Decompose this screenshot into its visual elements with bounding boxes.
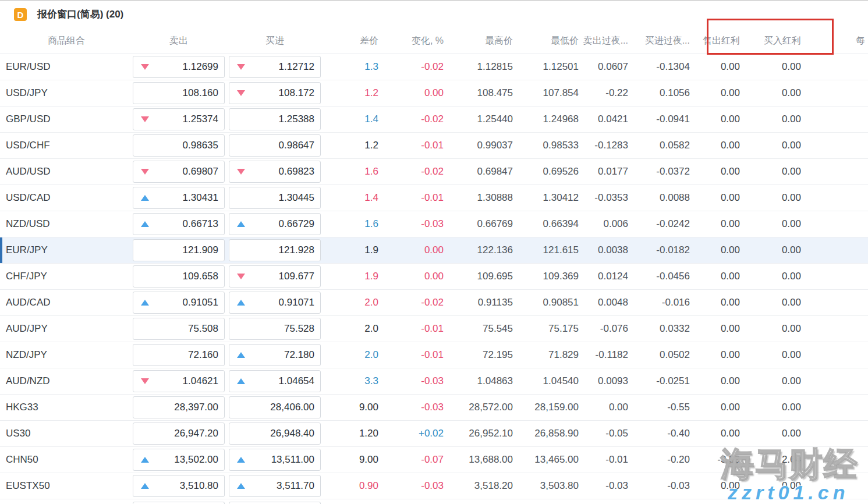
buy-price-button[interactable]: 109.677 <box>229 265 321 288</box>
spread-value: 9.00 <box>321 402 378 413</box>
buy-price-button[interactable]: 13,511.00 <box>229 449 321 471</box>
buy-price-button[interactable] <box>229 502 321 504</box>
table-row[interactable]: USD/CAD 1.30431 1.30445 1.4 -0.01 1.3088… <box>0 185 868 211</box>
sell-price-button[interactable]: 26,947.20 <box>133 423 225 445</box>
dividend-sell-value: 0.00 <box>690 166 740 178</box>
column-header-change-pct[interactable]: 变化, % <box>378 35 444 47</box>
change-pct-value: -0.01 <box>378 140 444 151</box>
sell-cell: 108.160 <box>133 82 229 104</box>
buy-price-button[interactable]: 0.98647 <box>229 134 321 157</box>
overnight-sell-value: 0.0177 <box>579 166 628 178</box>
sell-price-button[interactable]: 13,502.00 <box>133 449 225 471</box>
column-header-dividend-buy[interactable]: 买入红利 <box>740 35 801 47</box>
high-value: 0.66769 <box>444 218 513 230</box>
sell-price-button[interactable]: 109.658 <box>133 265 225 288</box>
buy-price-button[interactable]: 0.69823 <box>229 161 321 183</box>
dividend-sell-value: 0.00 <box>690 87 740 99</box>
column-header-per-truncated[interactable]: 每 <box>801 35 868 47</box>
table-row[interactable]: USD/JPY 108.160 108.172 1.2 0.00 108.475… <box>0 80 868 107</box>
high-value: 0.91135 <box>444 297 513 308</box>
low-value: 0.69526 <box>513 166 579 178</box>
column-header-overnight-sell[interactable]: 卖出过夜... <box>579 35 628 47</box>
table-row[interactable]: EUR/USD 1.12699 1.12712 1.3 -0.02 1.1281… <box>0 54 868 80</box>
dividend-buy-value: 0.00 <box>740 244 801 256</box>
high-value: 72.195 <box>444 349 513 361</box>
sell-price-button[interactable]: 1.04621 <box>133 370 225 392</box>
column-header-high[interactable]: 最高价 <box>444 35 513 47</box>
change-pct-value: 0.00 <box>378 244 444 256</box>
buy-cell: 0.98647 <box>229 134 321 157</box>
sell-price-button[interactable]: 121.909 <box>133 239 225 261</box>
dividend-buy-value: 0.00 <box>740 166 801 178</box>
table-row[interactable]: AUD/USD 0.69807 0.69823 1.6 -0.02 0.6984… <box>0 159 868 185</box>
column-header-low[interactable]: 最低价 <box>513 35 579 47</box>
table-row[interactable]: AUD/JPY 75.508 75.528 2.0 -0.01 75.545 7… <box>0 316 868 342</box>
buy-price-button[interactable]: 26,948.40 <box>229 423 321 445</box>
sell-price-button[interactable]: 0.66713 <box>133 213 225 235</box>
column-header-sell[interactable]: 卖出 <box>133 35 229 47</box>
table-row[interactable]: HKG33 28,397.00 28,406.00 9.00 -0.03 28,… <box>0 395 868 421</box>
dividend-buy-value: 0.00 <box>740 402 801 413</box>
column-header-overnight-buy[interactable]: 买进过夜... <box>628 35 690 47</box>
high-value: 13,688.00 <box>444 454 513 466</box>
table-row[interactable]: USD/CHF 0.98635 0.98647 1.2 -0.01 0.9903… <box>0 133 868 159</box>
overnight-buy-value: -0.03 <box>628 480 690 492</box>
buy-price-value: 121.928 <box>279 244 314 256</box>
buy-price-button[interactable]: 1.04654 <box>229 370 321 392</box>
buy-price-button[interactable]: 0.66729 <box>229 213 321 235</box>
overnight-buy-value: -0.0242 <box>628 218 690 230</box>
buy-price-button[interactable]: 75.528 <box>229 318 321 340</box>
buy-price-button[interactable]: 1.30445 <box>229 187 321 209</box>
column-header-symbol[interactable]: 商品组合 <box>0 35 133 47</box>
buy-cell: 75.528 <box>229 318 321 340</box>
table-row[interactable]: AUD/CAD 0.91051 0.91071 2.0 -0.02 0.9113… <box>0 290 868 316</box>
high-value: 109.695 <box>444 271 513 282</box>
buy-price-button[interactable]: 1.12712 <box>229 56 321 78</box>
change-pct-value: -0.02 <box>378 113 444 125</box>
table-row[interactable]: NZD/JPY 72.160 72.180 2.0 -0.01 72.195 7… <box>0 342 868 368</box>
buy-trend-icon <box>237 90 245 96</box>
buy-trend-icon <box>237 352 245 358</box>
buy-price-button[interactable]: 121.928 <box>229 239 321 261</box>
sell-price-button[interactable]: 3,510.80 <box>133 475 225 497</box>
sell-price-button[interactable]: 75.508 <box>133 318 225 340</box>
sell-price-button[interactable]: 1.30431 <box>133 187 225 209</box>
dividend-sell-value: 0.00 <box>690 323 740 335</box>
buy-price-value: 13,511.00 <box>271 454 314 466</box>
sell-price-button[interactable]: 72.160 <box>133 344 225 366</box>
column-header-spread[interactable]: 差价 <box>321 35 378 47</box>
table-row[interactable]: AUD/NZD 1.04621 1.04654 3.3 -0.03 1.0486… <box>0 368 868 395</box>
spread-value: 1.2 <box>321 87 378 99</box>
buy-price-button[interactable]: 108.172 <box>229 82 321 104</box>
sell-price-button[interactable]: 108.160 <box>133 82 225 104</box>
buy-price-button[interactable]: 1.25388 <box>229 108 321 130</box>
buy-price-button[interactable]: 0.91071 <box>229 292 321 314</box>
change-pct-value: -0.07 <box>378 454 444 466</box>
sell-price-button[interactable]: 0.98635 <box>133 134 225 157</box>
sell-price-button[interactable]: 0.91051 <box>133 292 225 314</box>
dividend-buy-value: 0.00 <box>740 140 801 151</box>
sell-price-button[interactable]: 1.25374 <box>133 108 225 130</box>
sell-cell: 0.98635 <box>133 134 229 157</box>
buy-price-value: 1.12712 <box>279 61 314 73</box>
buy-price-button[interactable]: 28,406.00 <box>229 396 321 418</box>
buy-price-button[interactable]: 72.180 <box>229 344 321 366</box>
sell-price-button[interactable]: 1.12699 <box>133 56 225 78</box>
change-pct-value: -0.02 <box>378 61 444 73</box>
low-value: 13,465.00 <box>513 454 579 466</box>
high-value: 28,572.00 <box>444 402 513 413</box>
sell-price-button[interactable]: 28,397.00 <box>133 396 225 418</box>
table-row[interactable]: GBP/USD 1.25374 1.25388 1.4 -0.02 1.2544… <box>0 107 868 133</box>
high-value: 1.25440 <box>444 113 513 125</box>
sell-price-value: 0.66713 <box>183 218 218 230</box>
table-row[interactable]: CHF/JPY 109.658 109.677 1.9 0.00 109.695… <box>0 264 868 290</box>
column-header-buy[interactable]: 买进 <box>229 35 321 47</box>
sell-price-button[interactable]: 0.69807 <box>133 161 225 183</box>
table-row[interactable]: NZD/USD 0.66713 0.66729 1.6 -0.03 0.6676… <box>0 211 868 237</box>
buy-price-button[interactable]: 3,511.70 <box>229 475 321 497</box>
sell-price-button[interactable] <box>133 502 225 504</box>
buy-price-value: 26,948.40 <box>270 428 314 439</box>
column-header-dividend-sell[interactable]: 售出红利 <box>690 35 740 47</box>
table-row[interactable]: EUR/JPY 121.909 121.928 1.9 0.00 122.136… <box>0 237 868 264</box>
sell-price-value: 109.658 <box>183 271 218 282</box>
